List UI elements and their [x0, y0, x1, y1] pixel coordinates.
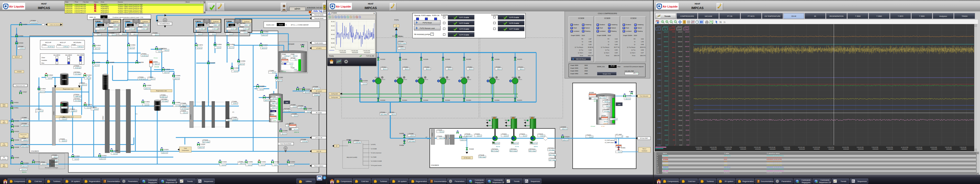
svg-text:35.00: 35.00 — [665, 110, 668, 111]
svg-text:Regeneration: Regeneration — [20, 134, 27, 135]
svg-text:DEWAR: DEWAR — [288, 43, 294, 45]
svg-text:TT3570: TT3570 — [196, 31, 200, 33]
svg-text:4/29/2025: 4/29/2025 — [872, 148, 878, 150]
svg-text:32.8 %: 32.8 % — [593, 98, 598, 99]
svg-text:60.00: 60.00 — [331, 34, 334, 35]
svg-text:3200: 3200 — [672, 62, 675, 64]
svg-text:TP299: TP299 — [22, 138, 26, 139]
svg-text:75.00: 75.00 — [686, 70, 689, 72]
svg-text:65.5 %: 65.5 % — [604, 121, 608, 122]
svg-text:4/29/2025: 4/29/2025 — [887, 148, 893, 150]
svg-text:105.00: 105.00 — [685, 41, 689, 43]
svg-text:59.96 %: 59.96 % — [605, 101, 610, 102]
svg-text:EH3381: EH3381 — [270, 114, 274, 115]
svg-text:8.1 K: 8.1 K — [212, 34, 216, 35]
svg-text:CV3480: CV3480 — [259, 85, 264, 87]
svg-text:PT4530: PT4530 — [96, 26, 100, 28]
svg-text:19.1 K: 19.1 K — [183, 112, 187, 114]
svg-text:PT4220: PT4220 — [108, 26, 113, 28]
svg-text:2K vessel: 2K vessel — [316, 90, 322, 92]
svg-text:CV3530: CV3530 — [96, 45, 101, 46]
svg-text:bar: bar — [146, 29, 148, 30]
svg-text:VP2340: VP2340 — [439, 77, 445, 78]
svg-text:5.0 K: 5.0 K — [294, 115, 298, 117]
svg-text:Water: Water — [486, 120, 489, 121]
svg-text:TT3486: TT3486 — [292, 113, 297, 115]
svg-text:2800: 2800 — [672, 72, 675, 74]
svg-text:52.1 %: 52.1 % — [229, 47, 234, 48]
svg-text:PT4560: PT4560 — [126, 26, 130, 28]
svg-text:80.00: 80.00 — [686, 66, 689, 67]
svg-text:35.00: 35.00 — [679, 110, 682, 111]
svg-text:20.00: 20.00 — [686, 125, 689, 126]
svg-text:-1328 W: -1328 W — [603, 123, 608, 125]
svg-text:CV3203: CV3203 — [164, 149, 169, 150]
svg-text:100.0 %: 100.0 % — [100, 158, 105, 160]
svg-text:WCS LP: WCS LP — [15, 56, 20, 58]
svg-text:TT3379: TT3379 — [210, 31, 214, 33]
svg-text:3800: 3800 — [672, 47, 675, 48]
svg-text:60.20: 60.20 — [331, 25, 334, 27]
svg-text:1.08 bar: 1.08 bar — [63, 46, 68, 48]
svg-text:XV2318: XV2318 — [380, 99, 385, 101]
svg-text:AMI: AMI — [618, 104, 620, 105]
svg-text:+16.0 C: +16.0 C — [23, 119, 28, 120]
svg-text:Turbines: Turbines — [244, 21, 250, 22]
svg-text:AMI: AMI — [286, 102, 288, 103]
svg-text:Ads A3550: Ads A3550 — [77, 54, 84, 56]
svg-text:0.0 %: 0.0 % — [75, 158, 78, 160]
svg-text:68.1 mbar: 68.1 mbar — [529, 150, 536, 152]
svg-text:1:00:00 AM: 1:00:00 AM — [916, 147, 922, 148]
svg-text:20.00: 20.00 — [665, 125, 668, 126]
svg-text:65.00: 65.00 — [686, 80, 689, 82]
svg-text:2.68 K: 2.68 K — [612, 118, 617, 120]
svg-text:100.00: 100.00 — [685, 46, 689, 47]
svg-text:20.00: 20.00 — [679, 125, 682, 126]
svg-text:To XV4288: To XV4288 — [371, 148, 377, 150]
svg-text:PDT4380: PDT4380 — [284, 108, 290, 110]
svg-text:911 Hz: 911 Hz — [496, 146, 500, 147]
svg-text:CV3545: CV3545 — [165, 69, 170, 70]
svg-text:0.0 %: 0.0 % — [87, 107, 91, 109]
svg-text:4/30/2025: 4/30/2025 — [917, 148, 923, 150]
svg-text:30.00: 30.00 — [665, 115, 668, 117]
svg-text:PT4546: PT4546 — [138, 77, 143, 78]
svg-text:XV4299: XV4299 — [14, 139, 19, 141]
svg-text:3400: 3400 — [672, 57, 675, 59]
svg-text:25.00: 25.00 — [665, 120, 668, 121]
svg-text:TT3240: TT3240 — [437, 136, 442, 137]
svg-text:To Cold compressor: To Cold compressor — [371, 152, 382, 154]
svg-text:5.00: 5.00 — [686, 139, 689, 141]
svg-text:75.00: 75.00 — [279, 24, 283, 26]
svg-text:59.0 %: 59.0 % — [293, 56, 297, 57]
svg-text:SP CL_L_CV3462 DEWAR: SP CL_L_CV3462 DEWAR — [291, 24, 309, 26]
svg-text:TT3330: TT3330 — [110, 32, 114, 34]
svg-text:16.0 K: 16.0 K — [198, 34, 202, 35]
svg-text:TT3460: TT3460 — [241, 30, 246, 31]
svg-text:HX3503: HX3503 — [190, 114, 191, 119]
svg-text:TT2332: TT2332 — [425, 66, 429, 68]
svg-text:Cold: Cold — [184, 147, 187, 149]
svg-text:55.00: 55.00 — [679, 90, 682, 92]
svg-text:TT2322: TT2322 — [403, 66, 408, 68]
svg-text:TT3519: TT3519 — [92, 107, 97, 108]
svg-text:EH5301: EH5301 — [282, 58, 286, 59]
svg-text:LT4280: LT4280 — [603, 104, 608, 105]
svg-text:LT3380: LT3380 — [271, 101, 275, 102]
svg-text:60.00: 60.00 — [686, 85, 689, 87]
svg-text:4.000: 4.000 — [657, 26, 661, 27]
svg-text:5.94 K: 5.94 K — [233, 103, 237, 104]
svg-text:PT2901: PT2901 — [43, 44, 47, 45]
svg-text:CV_HIAF opened: CV_HIAF opened — [605, 140, 614, 141]
svg-text:25.00: 25.00 — [679, 120, 682, 121]
svg-text:PT2306: PT2306 — [399, 41, 403, 42]
svg-text:100.0 %: 100.0 % — [239, 64, 244, 65]
svg-text:HP: HP — [336, 145, 337, 147]
svg-text:45.00: 45.00 — [679, 100, 682, 102]
svg-text:CV4309: CV4309 — [24, 162, 29, 164]
svg-text:90.00: 90.00 — [686, 56, 689, 57]
svg-text:4.2 K: 4.2 K — [229, 34, 232, 35]
svg-text:90.9 %: 90.9 % — [305, 92, 309, 93]
svg-text:110.00: 110.00 — [664, 36, 668, 37]
svg-text:7:00:00 AM: 7:00:00 AM — [960, 147, 966, 148]
